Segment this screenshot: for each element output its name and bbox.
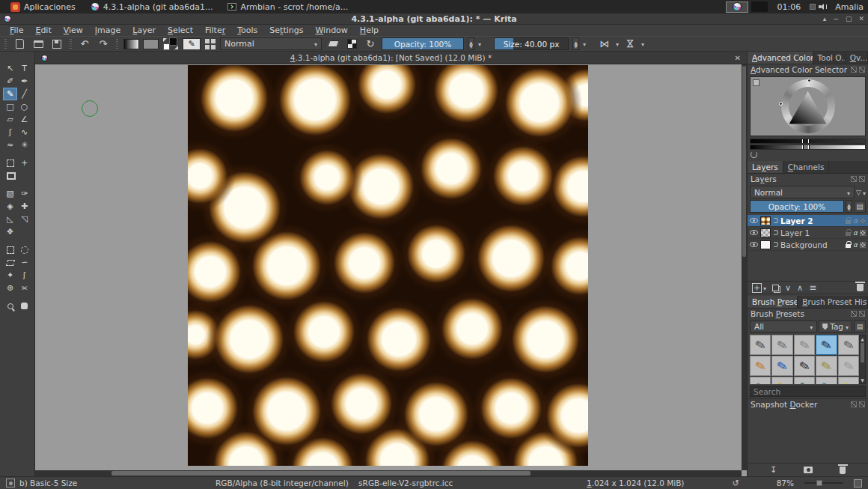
undo-button[interactable]: ↶: [77, 37, 92, 50]
color-profile-label[interactable]: sRGB-elle-V2-srgbtrc.icc: [358, 479, 453, 488]
layer-row-layer2[interactable]: Layer 2 α: [748, 215, 868, 227]
foreground-color[interactable]: [169, 37, 177, 46]
tool-dynamic-brush[interactable]: ≈: [3, 139, 17, 151]
document-close-button[interactable]: ✕: [735, 54, 741, 62]
tool-bezier-select[interactable]: ʃ: [17, 269, 31, 282]
canvas-viewport[interactable]: [35, 64, 747, 476]
tool-ellipse[interactable]: ○: [17, 100, 31, 113]
brush-size-spinner[interactable]: ▲▼: [572, 37, 579, 50]
preset-search[interactable]: [750, 386, 866, 397]
opacity-slider[interactable]: Opacity: 100%: [382, 37, 464, 50]
tab-advanced-color-selector[interactable]: Advanced Color S...: [748, 52, 813, 64]
tab-brush-preset-history[interactable]: Brush Preset History: [798, 296, 868, 308]
tool-bezier-curve[interactable]: ʃ: [3, 126, 17, 139]
alpha-lock-icon[interactable]: α: [853, 229, 858, 237]
close-button[interactable]: ✕: [858, 13, 864, 24]
tool-zoom[interactable]: [3, 300, 17, 312]
tool-transform[interactable]: [3, 157, 17, 169]
scrollbar-thumb[interactable]: [861, 343, 864, 362]
scroll-down-icon[interactable]: ▼: [860, 377, 865, 383]
preset-scrollbar[interactable]: ▲ ▼: [859, 335, 866, 384]
brush-preset[interactable]: ✎: [838, 377, 859, 384]
layer-filter-button[interactable]: ▽: [856, 189, 861, 196]
tool-multibrush[interactable]: ✳: [17, 139, 31, 151]
brush-editor-button[interactable]: ✎: [183, 38, 201, 50]
tool-polygon-select[interactable]: [3, 256, 17, 269]
memory-indicator-icon[interactable]: ↺: [732, 479, 739, 488]
save-button[interactable]: [49, 37, 64, 50]
taskbar-window-krita[interactable]: 4.3.1-alpha (git aba6da1...: [85, 0, 219, 13]
switch-snapshot-button[interactable]: [804, 467, 813, 473]
brush-size-options-icon[interactable]: [583, 39, 586, 49]
canvas-vertical-scrollbar[interactable]: [742, 64, 747, 470]
preset-search-input[interactable]: [754, 387, 862, 396]
taskbar-window-terminal[interactable]: Armbian - scrot /home/a...: [221, 0, 354, 13]
canvas-horizontal-scrollbar[interactable]: [35, 470, 742, 476]
layer-row-layer1[interactable]: Layer 1 α: [748, 227, 868, 239]
tab-channels[interactable]: Channels: [783, 161, 830, 173]
float-docker-icon[interactable]: [851, 176, 857, 182]
menu-layer[interactable]: Layer: [127, 25, 161, 36]
lock-icon[interactable]: [846, 232, 851, 236]
layer-thumbnail[interactable]: [760, 228, 771, 237]
delete-layer-button[interactable]: [857, 284, 864, 291]
tool-smart-patch[interactable]: ✚: [17, 200, 31, 213]
tab-tool-options[interactable]: Tool O...: [813, 52, 846, 64]
visibility-eye-icon[interactable]: [750, 230, 758, 235]
create-snapshot-button[interactable]: ↧: [770, 465, 777, 475]
brush-preset[interactable]: ✎: [771, 377, 792, 384]
brush-preset[interactable]: ✎: [750, 377, 771, 384]
layer-properties-button[interactable]: ≡: [809, 282, 816, 293]
menu-window[interactable]: Window: [310, 25, 352, 36]
tool-freehand-path[interactable]: ∿: [17, 126, 31, 139]
inherit-alpha-icon[interactable]: [860, 230, 866, 236]
layer-name[interactable]: Layer 2: [780, 216, 843, 225]
reload-preset-button[interactable]: ↻: [363, 37, 378, 50]
sv-marker[interactable]: [807, 79, 811, 82]
preset-filter-select[interactable]: All: [750, 321, 817, 332]
tool-edit-shapes[interactable]: ✐: [3, 75, 17, 88]
open-document-button[interactable]: [31, 37, 46, 50]
tool-fill[interactable]: ◈: [3, 200, 17, 213]
tool-freehand-select[interactable]: ∽: [17, 256, 31, 269]
gradient-chooser[interactable]: [123, 39, 139, 49]
tool-move[interactable]: +: [17, 157, 31, 169]
tool-calligraphy[interactable]: ✒: [17, 75, 31, 88]
move-layer-down-button[interactable]: ∨: [785, 283, 791, 293]
layer-filter-options-icon[interactable]: [863, 188, 866, 197]
tool-gradient[interactable]: ▧: [3, 187, 17, 200]
menu-view[interactable]: View: [58, 25, 88, 36]
brush-preset[interactable]: ✎: [816, 377, 837, 384]
tool-assistants[interactable]: ◺: [3, 213, 17, 225]
brush-preset-selected[interactable]: ✎: [816, 335, 837, 355]
brush-preset[interactable]: ✎: [838, 335, 859, 355]
menu-image[interactable]: Image: [90, 25, 126, 36]
tool-crop[interactable]: [3, 169, 17, 182]
menu-help[interactable]: Help: [355, 25, 384, 36]
brush-preset[interactable]: ✎: [771, 356, 792, 376]
tab-overview[interactable]: Ov...: [846, 52, 868, 64]
color-selector-settings-icon[interactable]: [753, 79, 760, 86]
canvas-image[interactable]: [188, 65, 588, 466]
brush-size-slider[interactable]: Size: 40.00 px: [494, 37, 569, 50]
lock-icon[interactable]: [846, 220, 851, 224]
tool-polygon[interactable]: ▱: [3, 113, 17, 126]
tool-similar-select[interactable]: ✦: [3, 269, 17, 282]
layer-name[interactable]: Background: [780, 240, 843, 249]
tool-text[interactable]: T: [17, 62, 31, 75]
toolbar-grip[interactable]: [116, 39, 118, 49]
layer-opacity-slider[interactable]: Opacity: 100%: [750, 200, 844, 213]
brush-preset[interactable]: ✎: [816, 356, 837, 376]
tool-line[interactable]: ╱: [17, 88, 31, 100]
minimize-button[interactable]: −: [833, 13, 839, 24]
tool-pan[interactable]: [17, 300, 31, 312]
opacity-spinner[interactable]: ▲▼: [468, 37, 474, 50]
tool-shape-select[interactable]: ↖: [3, 62, 17, 75]
tab-brush-presets[interactable]: Brush Presets: [748, 296, 798, 308]
menu-select[interactable]: Select: [162, 25, 198, 36]
scrollbar-thumb[interactable]: [742, 66, 746, 257]
hue-marker[interactable]: [779, 102, 783, 106]
toolbar-grip[interactable]: [70, 39, 72, 49]
menu-tools[interactable]: Tools: [232, 25, 263, 36]
scrollbar-thumb[interactable]: [111, 471, 531, 476]
